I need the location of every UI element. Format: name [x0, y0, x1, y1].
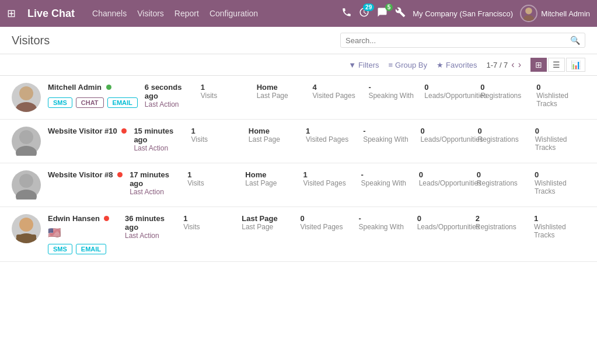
- star-icon: ★: [437, 61, 444, 69]
- search-input[interactable]: [345, 36, 570, 45]
- email-button[interactable]: EMAIL: [107, 97, 138, 108]
- last-page-col: Last Page Last Page: [242, 214, 293, 231]
- app-name: Live Chat: [27, 8, 75, 20]
- svg-point-7: [16, 190, 37, 200]
- online-status-dot: [106, 85, 111, 90]
- list-view-button[interactable]: ☰: [548, 58, 565, 72]
- online-status-dot: [104, 216, 109, 221]
- pagination-text: 1-7 / 7: [486, 61, 508, 69]
- grid-view-button[interactable]: ⊞: [530, 58, 547, 72]
- time-col: 15 minutes ago Last Action: [134, 127, 184, 152]
- visited-pages-col: 1 Visited Pages: [303, 170, 354, 187]
- groupby-button[interactable]: ≡ Group By: [389, 61, 428, 69]
- visits-col: 1 Visits: [191, 127, 242, 144]
- filters-label: Filters: [358, 61, 379, 69]
- table-row: Mitchell Admin SMS CHAT EMAIL 6 seconds …: [0, 76, 597, 120]
- last-page-col: Home Last Page: [245, 170, 296, 187]
- groupby-icon: ≡: [389, 61, 393, 69]
- search-bar: 🔍: [340, 33, 585, 48]
- visitor-name: Edwin Hansen: [48, 214, 118, 224]
- online-status-dot: [121, 128, 127, 134]
- avatar: [12, 83, 41, 112]
- leads-col: 0 Leads/Opportunities: [417, 214, 469, 231]
- view-toggle: ⊞ ☰ 📊: [530, 58, 585, 72]
- action-buttons: SMS CHAT EMAIL: [48, 97, 138, 108]
- nav-channels[interactable]: Channels: [92, 9, 127, 18]
- user-name: Mitchell Admin: [541, 9, 590, 18]
- visits-col: 1 Visits: [201, 83, 250, 100]
- visitor-name: Website Visitor #10: [48, 127, 127, 136]
- visits-col: 1 Visits: [183, 214, 235, 231]
- email-button[interactable]: EMAIL: [76, 244, 106, 254]
- svg-point-0: [525, 8, 532, 15]
- visited-pages-col: 1 Visited Pages: [306, 127, 356, 144]
- next-page-button[interactable]: ›: [518, 60, 521, 70]
- svg-point-6: [19, 174, 33, 188]
- leads-col: 0 Leads/Opportunities: [420, 127, 470, 144]
- grid-menu-icon[interactable]: ⊞: [7, 7, 16, 20]
- action-buttons: SMS EMAIL: [48, 244, 118, 254]
- chat-badge: 5: [385, 4, 393, 11]
- visitor-name: Website Visitor #8: [48, 170, 123, 180]
- registrations-col: 0 Registrations: [477, 170, 528, 187]
- visits-col: 1 Visits: [187, 170, 238, 187]
- user-avatar: [520, 5, 537, 22]
- prev-page-button[interactable]: ‹: [511, 60, 514, 70]
- visitor-name-section: Website Visitor #8: [48, 170, 123, 180]
- leads-col: 0 Leads/Opportunities: [424, 83, 473, 100]
- topnav: ⊞ Live Chat Channels Visitors Report Con…: [0, 0, 597, 27]
- visitor-name: Mitchell Admin: [48, 83, 138, 93]
- favorites-button[interactable]: ★ Favorites: [437, 61, 477, 69]
- visited-pages-col: 4 Visited Pages: [313, 83, 362, 100]
- pagination: 1-7 / 7 ‹ ›: [486, 60, 521, 70]
- visitor-name-section: Mitchell Admin SMS CHAT EMAIL: [48, 83, 138, 108]
- groupby-label: Group By: [395, 61, 427, 69]
- svg-point-3: [16, 102, 37, 112]
- svg-rect-10: [16, 235, 36, 242]
- visitor-name-section: Edwin Hansen 🇺🇸 SMS EMAIL: [48, 214, 118, 254]
- nav-visitors[interactable]: Visitors: [137, 9, 164, 18]
- filter-bar: ▼ Filters ≡ Group By ★ Favorites 1-7 / 7…: [0, 54, 597, 76]
- phone-icon[interactable]: [341, 7, 352, 20]
- table-row: Website Visitor #10 15 minutes ago Last …: [0, 120, 597, 163]
- nav-menu: Channels Visitors Report Configuration: [92, 9, 330, 18]
- avatar: [12, 127, 41, 156]
- online-status-dot: [117, 172, 123, 177]
- company-name: My Company (San Francisco): [413, 9, 513, 18]
- table-row: Website Visitor #8 17 minutes ago Last A…: [0, 163, 597, 207]
- topnav-actions: 29 5 My Company (San Francisco) Mitchell…: [341, 5, 590, 22]
- sms-button[interactable]: SMS: [48, 244, 72, 254]
- registrations-col: 0 Registrations: [478, 127, 528, 144]
- user-profile[interactable]: Mitchell Admin: [520, 5, 590, 22]
- clock-icon[interactable]: 29: [359, 7, 369, 20]
- chart-view-button[interactable]: 📊: [566, 58, 585, 72]
- registrations-col: 0 Registrations: [480, 83, 529, 100]
- table-row: Edwin Hansen 🇺🇸 SMS EMAIL 36 minutes ago…: [0, 207, 597, 262]
- wishlisted-tracks-col: 1 Wishlisted Tracks: [534, 214, 585, 239]
- last-page-col: Home Last Page: [249, 127, 299, 144]
- visitor-list: Mitchell Admin SMS CHAT EMAIL 6 seconds …: [0, 76, 597, 364]
- sms-button[interactable]: SMS: [48, 97, 72, 108]
- clock-badge: 29: [363, 4, 374, 11]
- chat-icon[interactable]: 5: [376, 7, 388, 20]
- page-title: Visitors: [12, 34, 50, 47]
- wrench-icon[interactable]: [395, 7, 406, 20]
- time-col: 36 minutes ago Last Action: [125, 214, 176, 240]
- svg-point-5: [16, 146, 37, 156]
- chat-button[interactable]: CHAT: [76, 97, 104, 108]
- wishlisted-tracks-col: 0 Wishlisted Tracks: [535, 127, 585, 152]
- svg-point-4: [19, 130, 33, 144]
- avatar: [12, 170, 41, 200]
- avatar: [12, 214, 41, 243]
- nav-configuration[interactable]: Configuration: [210, 9, 258, 18]
- wishlisted-tracks-col: 0 Wishlisted Tracks: [536, 83, 585, 108]
- page-header: Visitors 🔍: [0, 27, 597, 54]
- time-col: 17 minutes ago Last Action: [130, 170, 180, 196]
- filters-button[interactable]: ▼ Filters: [348, 61, 379, 69]
- svg-point-8: [19, 218, 33, 232]
- svg-point-1: [523, 15, 535, 22]
- visitor-name-section: Website Visitor #10: [48, 127, 127, 136]
- nav-report[interactable]: Report: [174, 9, 199, 18]
- registrations-col: 2 Registrations: [476, 214, 527, 231]
- leads-col: 0 Leads/Opportunities: [419, 170, 470, 187]
